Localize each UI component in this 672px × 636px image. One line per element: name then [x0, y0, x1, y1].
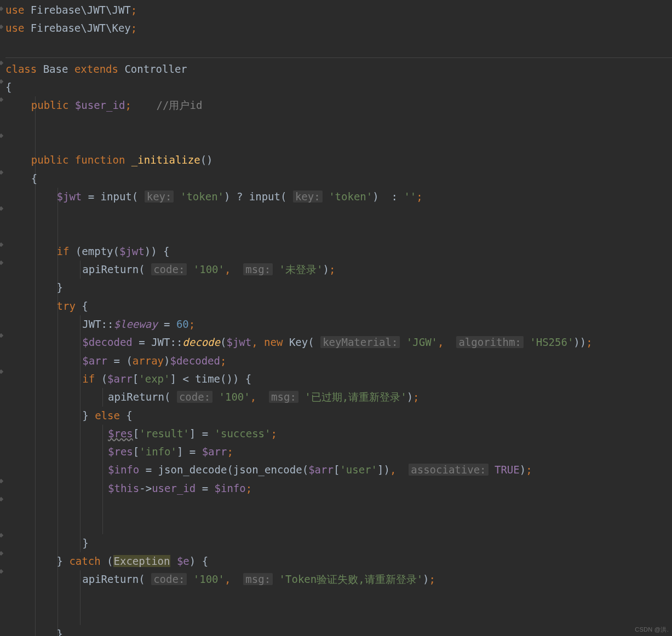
hint-key: key:: [145, 190, 174, 203]
blank-line: [5, 206, 672, 224]
kw-use: use: [5, 22, 24, 34]
blank-line: [5, 38, 672, 56]
var-arr: $arr: [202, 446, 227, 458]
cls-jwt: JWT: [82, 318, 101, 330]
code-line[interactable]: {: [5, 78, 672, 96]
code-line[interactable]: $jwt = input( key: 'token') ? input( key…: [5, 188, 672, 206]
str-hs256: 'HS256': [530, 336, 573, 348]
var-e: $e: [177, 555, 189, 567]
kw-else: else: [95, 409, 120, 421]
hint-code: code:: [151, 263, 187, 275]
code-line[interactable]: apiReturn( code: '100', msg: 'Token验证失败,…: [5, 570, 672, 588]
code-line[interactable]: if ($arr['exp'] < time()) {: [5, 370, 672, 388]
fn-apireturn: apiReturn: [82, 573, 139, 585]
code-line[interactable]: use Firebase\JWT\JWT;: [5, 1, 672, 19]
code-line[interactable]: }: [5, 625, 672, 636]
code-line[interactable]: public $user_id; //用户id: [5, 96, 672, 114]
kw-if: if: [82, 373, 95, 385]
code-line[interactable]: public function _initialize(): [5, 151, 672, 169]
hint-msg: msg:: [269, 391, 298, 403]
cursor-line[interactable]: [5, 589, 672, 607]
blank-line: [5, 607, 672, 625]
var-this: $this: [108, 482, 139, 494]
hint-algorithm: algorithm:: [456, 336, 523, 348]
var-jwt: $jwt: [57, 190, 82, 203]
str-token: 'token': [180, 190, 224, 203]
import-path: Firebase\JWT\JWT: [31, 4, 131, 16]
var-res: $res: [108, 427, 133, 440]
fn-name: _initialize: [131, 154, 200, 166]
code-line[interactable]: $decoded = JWT::decode($jwt, new Key( ke…: [5, 333, 672, 351]
kw-extends: extends: [74, 63, 118, 75]
code-editor[interactable]: use Firebase\JWT\JWT; use Firebase\JWT\K…: [0, 0, 672, 636]
var-leeway: $leeway: [114, 318, 158, 330]
kw-use: use: [5, 4, 24, 16]
blank-line: [5, 498, 672, 516]
var-jwt: $jwt: [226, 336, 251, 348]
fn-input: input: [101, 190, 132, 203]
prop-userid: user_id: [152, 482, 196, 494]
code-line[interactable]: class Base extends Controller: [5, 60, 672, 78]
code-line[interactable]: {: [5, 170, 672, 188]
var-arr: $arr: [82, 355, 107, 367]
kw-public: public: [31, 99, 69, 111]
kw-array: array: [133, 355, 164, 367]
cls-exception: Exception: [113, 555, 171, 567]
str-token: 'token': [329, 190, 372, 203]
code-line[interactable]: }: [5, 279, 672, 297]
const-true: TRUE: [495, 464, 520, 476]
code-line[interactable]: } catch (Exception $e) {: [5, 552, 672, 570]
code-line[interactable]: apiReturn( code: '100', msg: '已过期,请重新登录'…: [5, 388, 672, 406]
import-path: Firebase\JWT\Key: [31, 22, 131, 34]
hint-code: code:: [177, 391, 212, 403]
blank-line: [5, 133, 672, 151]
code-line[interactable]: if (empty($jwt)) {: [5, 242, 672, 261]
code-line[interactable]: }: [5, 534, 672, 552]
str-exp: 'exp': [139, 373, 170, 385]
code-line[interactable]: $info = json_decode(json_encode($arr['us…: [5, 461, 672, 479]
code-line[interactable]: $arr = (array)$decoded;: [5, 352, 672, 370]
str-info: 'info': [139, 446, 177, 458]
region-separator: [5, 57, 672, 59]
hint-key: key:: [293, 190, 323, 203]
str-tokenfail: 'Token验证失败,请重新登录': [279, 573, 423, 585]
str-100: '100': [219, 391, 250, 403]
hint-code: code:: [151, 573, 187, 585]
code-line[interactable]: use Firebase\JWT\Key;: [5, 19, 672, 37]
var-res: $res: [108, 446, 133, 458]
str-jgw: 'JGW': [406, 336, 438, 348]
code-line[interactable]: $res['info'] = $arr;: [5, 443, 672, 461]
num-60: 60: [176, 318, 189, 330]
code-line[interactable]: } else {: [5, 407, 672, 425]
fn-apireturn: apiReturn: [82, 263, 139, 275]
kw-new: new: [264, 336, 283, 348]
code-line[interactable]: try {: [5, 297, 672, 315]
str-100: '100': [193, 263, 225, 275]
kw-class: class: [5, 63, 37, 75]
cls-key: Key: [289, 336, 308, 348]
var-arr: $arr: [107, 373, 133, 385]
cls-jwt: JWT: [151, 336, 170, 348]
code-line[interactable]: JWT::$leeway = 60;: [5, 315, 672, 333]
kw-catch: catch: [69, 555, 100, 567]
code-line[interactable]: $res['result'] = 'success';: [5, 425, 672, 443]
var-decoded: $decoded: [170, 355, 220, 367]
str-expired: '已过期,请重新登录': [305, 391, 406, 403]
var-info: $info: [215, 482, 246, 494]
str-success: 'success': [215, 427, 271, 440]
var-user-id: $user_id: [75, 99, 125, 111]
watermark: CSDN @洪.: [635, 626, 669, 634]
hint-msg: msg:: [243, 263, 273, 275]
parent-class: Controller: [124, 63, 187, 75]
blank-line: [5, 224, 672, 242]
code-line[interactable]: $this->user_id = $info;: [5, 479, 672, 498]
kw-try: try: [57, 300, 76, 312]
blank-line: [5, 115, 672, 133]
class-name: Base: [43, 63, 68, 75]
fn-time: time: [195, 373, 220, 385]
kw-public: public: [31, 154, 69, 166]
var-decoded: $decoded: [82, 336, 133, 348]
hint-msg: msg:: [243, 573, 273, 585]
code-line[interactable]: apiReturn( code: '100', msg: '未登录');: [5, 261, 672, 279]
var-jwt: $jwt: [119, 245, 145, 257]
